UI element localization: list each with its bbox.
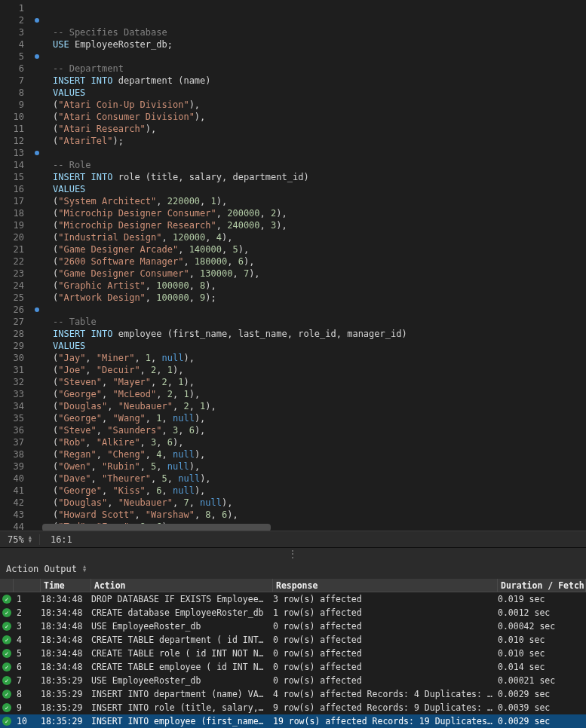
line-number: 34 — [0, 400, 24, 412]
code-line[interactable]: -- Specifies Database — [53, 26, 586, 38]
code-line[interactable]: ("Microchip Designer Research", 240000, … — [53, 219, 586, 231]
status-cell: ✓ — [0, 608, 14, 617]
success-icon: ✓ — [2, 595, 11, 604]
action-cell: DROP DATABASE IF EXISTS EmployeeRost… — [91, 594, 273, 604]
horizontal-scrollbar[interactable] — [42, 524, 586, 531]
col-duration[interactable]: Duration / Fetch Time — [498, 579, 586, 592]
panel-title: Action Output — [6, 564, 77, 574]
code-line[interactable]: INSERT INTO employee (first_name, last_n… — [53, 328, 586, 340]
marker-slot — [32, 509, 42, 521]
code-line[interactable]: ("Douglas", "Neubauer", 2, 1), — [53, 400, 586, 412]
table-row[interactable]: ✓118:34:48DROP DATABASE IF EXISTS Employ… — [0, 592, 586, 606]
code-line[interactable]: ("Rob", "Alkire", 3, 6), — [53, 436, 586, 448]
col-time[interactable]: Time — [41, 579, 91, 592]
panel-splitter[interactable]: ⋮ — [0, 547, 586, 559]
success-icon: ✓ — [2, 649, 11, 658]
code-line[interactable]: ("Game Designer Arcade", 140000, 5), — [53, 243, 586, 255]
response-cell: 0 row(s) affected — [273, 662, 498, 672]
code-editor[interactable]: -- Specifies DatabaseUSE EmployeeRoster_… — [42, 0, 586, 531]
code-line[interactable]: ("George", "McLeod", 2, 1), — [53, 388, 586, 400]
time-cell: 18:34:48 — [41, 607, 91, 618]
code-line[interactable]: ("George", "Wang", 1, null), — [53, 412, 586, 424]
marker-slot — [32, 497, 42, 509]
statement-marker-icon — [35, 307, 39, 312]
line-number: 1 — [0, 2, 24, 14]
marker-slot — [32, 268, 42, 280]
line-number: 43 — [0, 509, 24, 521]
zoom-stepper-icon[interactable]: ▲▼ — [29, 536, 32, 543]
statement-marker-icon — [35, 151, 39, 155]
zoom-control[interactable]: 75% ▲▼ — [0, 534, 40, 545]
code-line[interactable]: VALUES — [53, 183, 586, 195]
code-line[interactable]: -- Table — [53, 316, 586, 328]
code-line[interactable]: ("Atari Consumer Division"), — [53, 111, 586, 123]
code-line[interactable]: ("System Architect", 220000, 1), — [53, 195, 586, 207]
table-row[interactable]: ✓318:34:48USE EmployeeRoster_db0 row(s) … — [0, 619, 586, 633]
code-line[interactable]: ("Dave", "Theurer", 5, null), — [53, 473, 586, 485]
index-cell: 2 — [14, 607, 41, 618]
line-number: 42 — [0, 497, 24, 509]
table-row[interactable]: ✓418:34:48CREATE TABLE department ( id I… — [0, 633, 586, 647]
code-line[interactable]: INSERT INTO department (name) — [53, 75, 586, 87]
line-number: 2 — [0, 14, 24, 26]
code-line[interactable]: ("Steve", "Saunders", 3, 6), — [53, 424, 586, 436]
cursor-position: 16:1 — [40, 534, 83, 545]
marker-slot — [32, 292, 42, 304]
code-line[interactable]: ("Microchip Designer Consumer", 200000, … — [53, 207, 586, 219]
marker-slot — [32, 26, 42, 38]
code-line[interactable]: ("AtariTel"); — [53, 135, 586, 147]
code-line[interactable] — [53, 147, 586, 159]
code-line[interactable]: ("2600 Software Manager", 180000, 6), — [53, 255, 586, 268]
action-cell: CREATE TABLE role ( id INT NOT NULL A… — [91, 648, 273, 659]
time-cell: 18:34:48 — [41, 621, 91, 632]
code-line[interactable]: INSERT INTO role (title, salary, departm… — [53, 171, 586, 183]
code-line[interactable]: ("Atari Research"), — [53, 123, 586, 135]
time-cell: 18:35:29 — [41, 675, 91, 686]
marker-slot — [32, 14, 42, 26]
table-row[interactable]: ✓818:35:29INSERT INTO department (name) … — [0, 687, 586, 701]
code-line[interactable]: ("Joe", "Decuir", 2, 1), — [53, 364, 586, 376]
time-cell: 18:34:48 — [41, 648, 91, 659]
status-cell: ✓ — [0, 622, 14, 631]
status-cell: ✓ — [0, 717, 14, 726]
code-line[interactable]: ("Atari Coin-Up Division"), — [53, 99, 586, 111]
code-line[interactable]: ("Owen", "Rubin", 5, null), — [53, 460, 586, 473]
code-line[interactable]: ("Douglas", "Neubauer", 7, null), — [53, 497, 586, 509]
code-line[interactable]: ("Graphic Artist", 100000, 8), — [53, 280, 586, 292]
col-index[interactable] — [14, 579, 41, 592]
code-line[interactable] — [53, 50, 586, 63]
col-status[interactable] — [0, 579, 14, 592]
code-line[interactable]: ("Game Designer Consumer", 130000, 7), — [53, 268, 586, 280]
code-line[interactable]: ("Howard Scott", "Warshaw", 8, 6), — [53, 509, 586, 521]
status-cell: ✓ — [0, 595, 14, 604]
code-line[interactable]: ("Steven", "Mayer", 2, 1), — [53, 376, 586, 388]
table-row[interactable]: ✓918:35:29INSERT INTO role (title, salar… — [0, 701, 586, 714]
grip-icon: ⋮ — [288, 549, 298, 559]
line-number: 24 — [0, 280, 24, 292]
code-line[interactable]: ("Jay", "Miner", 1, null), — [53, 352, 586, 364]
code-line[interactable]: ("Regan", "Cheng", 4, null), — [53, 448, 586, 460]
code-line[interactable]: -- Role — [53, 159, 586, 171]
marker-slot — [32, 243, 42, 255]
table-row[interactable]: ✓618:34:48CREATE TABLE employee ( id INT… — [0, 660, 586, 674]
code-line[interactable]: ("Industrial Design", 120000, 4), — [53, 231, 586, 243]
line-number: 37 — [0, 436, 24, 448]
table-row[interactable]: ✓218:34:48CREATE database EmployeeRoster… — [0, 606, 586, 619]
code-line[interactable]: VALUES — [53, 87, 586, 99]
line-number: 5 — [0, 50, 24, 63]
table-row[interactable]: ✓1018:35:29INSERT INTO employee (first_n… — [0, 714, 586, 728]
code-line[interactable]: USE EmployeeRoster_db; — [53, 38, 586, 50]
code-line[interactable] — [53, 304, 586, 316]
code-line[interactable]: -- Department — [53, 63, 586, 75]
marker-slot — [32, 63, 42, 75]
code-line[interactable]: ("George", "Kiss", 6, null), — [53, 485, 586, 497]
col-action[interactable]: Action — [91, 579, 273, 592]
col-response[interactable]: Response — [273, 579, 498, 592]
code-line[interactable]: ("Artwork Design", 100000, 9); — [53, 292, 586, 304]
table-row[interactable]: ✓518:34:48CREATE TABLE role ( id INT NOT… — [0, 647, 586, 660]
panel-dropdown-icon[interactable]: ▲▼ — [83, 565, 86, 573]
code-line[interactable]: VALUES — [53, 340, 586, 352]
table-row[interactable]: ✓718:35:29USE EmployeeRoster_db0 row(s) … — [0, 674, 586, 687]
line-number: 35 — [0, 412, 24, 424]
scrollbar-thumb[interactable] — [42, 524, 271, 531]
